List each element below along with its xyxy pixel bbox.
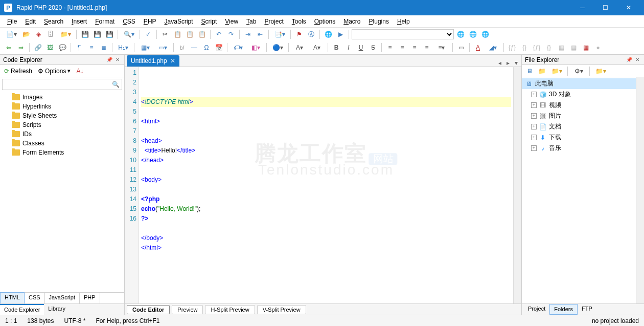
- file-item[interactable]: +🎞视频: [522, 100, 636, 111]
- paragraph-button[interactable]: ¶: [74, 42, 85, 53]
- br-button[interactable]: b/: [176, 42, 188, 53]
- align-left-button[interactable]: ≡: [384, 42, 396, 53]
- code-line[interactable]: echo("Hello, World!");: [141, 204, 511, 214]
- new-folder-button[interactable]: 📁▾: [592, 66, 609, 77]
- file-item[interactable]: +♪音乐: [522, 143, 636, 154]
- right-tab-project[interactable]: Project: [524, 304, 549, 315]
- image-button[interactable]: 🖼: [44, 42, 56, 53]
- font-button[interactable]: A▾: [291, 42, 308, 53]
- menu-script[interactable]: Script: [197, 16, 221, 27]
- link-button[interactable]: 🔗: [32, 42, 43, 53]
- code-line[interactable]: </head>: [141, 156, 511, 165]
- right-tab-ftp[interactable]: FTP: [578, 304, 596, 315]
- code-line[interactable]: [141, 107, 511, 117]
- file-item[interactable]: +⬇下载: [522, 132, 636, 143]
- close-tab-icon[interactable]: ✕: [170, 57, 175, 64]
- editor-tab[interactable]: H-Split Preview: [205, 305, 255, 314]
- indent-button[interactable]: ⇥: [242, 29, 254, 40]
- file-item-root[interactable]: 🖥此电脑: [522, 78, 636, 89]
- open-file-button[interactable]: 📂: [20, 29, 32, 40]
- menu-options[interactable]: Options: [310, 16, 339, 27]
- expand-icon[interactable]: +: [531, 124, 537, 129]
- highlight-button[interactable]: ◢▾: [485, 42, 501, 53]
- comment-button[interactable]: 💬: [57, 42, 68, 53]
- code-line[interactable]: <!DOCTYPE html>: [141, 97, 511, 107]
- lang-tab-javascript[interactable]: JavaScript: [45, 293, 80, 303]
- menu-css[interactable]: CSS: [119, 16, 140, 27]
- expand-icon[interactable]: +: [531, 145, 537, 151]
- refresh-button[interactable]: ⟳Refresh: [2, 67, 34, 76]
- preview-browser-button[interactable]: 🌐: [323, 29, 334, 40]
- arrow-left-button[interactable]: ⇐: [3, 42, 14, 53]
- hr-button[interactable]: —: [189, 42, 200, 53]
- brace1-button[interactable]: {ƒ}: [507, 42, 518, 53]
- code-line[interactable]: <head>: [141, 136, 511, 146]
- color-button[interactable]: 🔵▾: [269, 42, 286, 53]
- expand-icon[interactable]: +: [531, 113, 537, 119]
- align-center-button[interactable]: ≡: [397, 42, 408, 53]
- open-dropdown-button[interactable]: 📁▾: [57, 29, 74, 40]
- tree-item[interactable]: Images: [0, 93, 124, 102]
- find-button[interactable]: 🔍▾: [121, 29, 137, 40]
- file-item[interactable]: +📄文档: [522, 121, 636, 132]
- open-recent-button[interactable]: ◈: [33, 29, 44, 40]
- code-line[interactable]: [141, 126, 511, 136]
- editor-tab[interactable]: V-Split Preview: [257, 305, 306, 314]
- size-button[interactable]: A▾: [309, 42, 325, 53]
- list-ol-button[interactable]: ≡: [86, 42, 97, 53]
- menu-format[interactable]: Format: [91, 16, 119, 27]
- menu-view[interactable]: View: [221, 16, 242, 27]
- new-file-button[interactable]: 📄▾: [3, 29, 19, 40]
- browser2-button[interactable]: 🌐: [467, 29, 478, 40]
- layout1-button[interactable]: ▦: [556, 42, 567, 53]
- strike-button[interactable]: S: [367, 42, 379, 53]
- menu-tools[interactable]: Tools: [288, 16, 310, 27]
- menu-edit[interactable]: Edit: [21, 16, 40, 27]
- date-button[interactable]: 📅: [213, 42, 224, 53]
- arrow-right-button[interactable]: ⇒: [15, 42, 27, 53]
- tag-button[interactable]: 🏷▾: [230, 42, 246, 53]
- sort-button[interactable]: A↓: [74, 67, 85, 76]
- close-icon[interactable]: ✕: [634, 56, 641, 63]
- search-input[interactable]: [5, 81, 112, 88]
- right-tab-folders[interactable]: Folders: [549, 304, 578, 315]
- cut-button[interactable]: ✂: [159, 29, 171, 40]
- expand-icon[interactable]: +: [531, 102, 537, 108]
- code-line[interactable]: </body>: [141, 233, 511, 243]
- file-item[interactable]: +🧊3D 对象: [522, 89, 636, 100]
- menu-php[interactable]: PHP: [140, 16, 160, 27]
- code-line[interactable]: </html>: [141, 243, 511, 253]
- minimize-button[interactable]: ─: [571, 0, 594, 15]
- clipboard-button[interactable]: 📋: [196, 29, 208, 40]
- menu-javascript[interactable]: JavaScript: [160, 16, 197, 27]
- lang-tab-php[interactable]: PHP: [80, 293, 100, 303]
- code-line[interactable]: [141, 224, 511, 233]
- menu-macro[interactable]: Macro: [339, 16, 364, 27]
- list-ul-button[interactable]: ≣: [98, 42, 109, 53]
- menu-help[interactable]: Help: [393, 16, 414, 27]
- favorites-button[interactable]: 📁▾: [548, 66, 565, 77]
- close-icon[interactable]: ✕: [114, 56, 121, 63]
- bold-button[interactable]: B: [331, 42, 342, 53]
- maximize-button[interactable]: ☐: [594, 0, 617, 15]
- brace2-button[interactable]: {}: [519, 42, 530, 53]
- code-line[interactable]: <html>: [141, 117, 511, 126]
- save-all-button[interactable]: 💾: [91, 29, 103, 40]
- code-line[interactable]: <?php: [141, 194, 511, 204]
- underline-button[interactable]: U: [355, 42, 366, 53]
- browser1-button[interactable]: 🌐: [455, 29, 466, 40]
- url-dropdown[interactable]: [352, 29, 454, 39]
- tree-item[interactable]: Style Sheets: [0, 111, 124, 120]
- expand-icon[interactable]: +: [531, 92, 537, 97]
- close-button[interactable]: ✕: [617, 0, 640, 15]
- prev-tab-button[interactable]: ◂: [497, 59, 503, 67]
- undo-button[interactable]: ↶: [213, 29, 224, 40]
- menu-project[interactable]: Project: [260, 16, 287, 27]
- stop-button[interactable]: ●: [592, 42, 604, 53]
- up-folder-button[interactable]: 📁: [536, 66, 547, 77]
- options-button[interactable]: ⚙Options▾: [36, 67, 73, 76]
- heading-button[interactable]: H₁▾: [115, 42, 131, 53]
- vertical-scrollbar[interactable]: [636, 77, 644, 303]
- menu-plugins[interactable]: Plugins: [365, 16, 393, 27]
- align-more-button[interactable]: ≡▾: [433, 42, 450, 53]
